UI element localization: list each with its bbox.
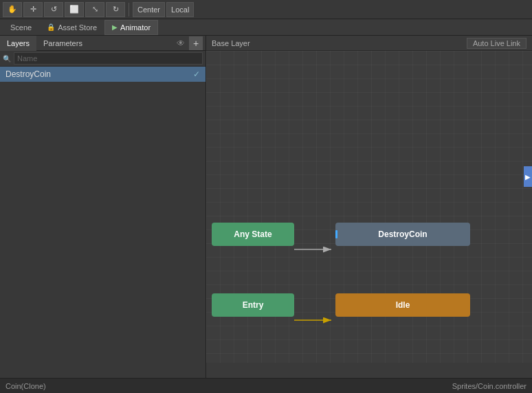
- tab-bar: Scene 🔒 Asset Store ▶ Animator: [0, 19, 532, 36]
- main-area: Layers Parameters 👁 + 🔍 DestroyCoin ✓ Ba…: [0, 36, 532, 378]
- move-tool-button[interactable]: ✛: [23, 2, 43, 17]
- layer-name: DestroyCoin: [5, 69, 51, 79]
- local-button[interactable]: Local: [166, 2, 194, 17]
- search-field-icon: 🔍: [3, 55, 11, 63]
- canvas-header: Base Layer Auto Live Link: [206, 36, 532, 51]
- layer-check-icon: ✓: [193, 69, 200, 79]
- left-panel: Layers Parameters 👁 + 🔍 DestroyCoin ✓: [0, 36, 206, 378]
- layer-item-destroycoin[interactable]: DestroyCoin ✓: [0, 67, 206, 82]
- tab-animator[interactable]: ▶ Animator: [104, 20, 158, 35]
- status-left: Coin(Clone): [5, 382, 46, 390]
- tab-asset-store[interactable]: 🔒 Asset Store: [39, 20, 104, 35]
- node-indicator: [335, 230, 337, 238]
- entry-label: Entry: [243, 300, 264, 310]
- toolbar: ✋ ✛ ↺ ⬜ ⤡ ↻ Center Local: [0, 0, 532, 19]
- animator-tab-label: Animator: [120, 23, 151, 32]
- breadcrumb: Base Layer: [212, 39, 250, 47]
- node-entry[interactable]: Entry: [212, 293, 294, 317]
- hand-tool-button[interactable]: ✋: [3, 2, 22, 17]
- tab-layers[interactable]: Layers: [0, 36, 36, 51]
- tab-parameters[interactable]: Parameters: [36, 36, 89, 51]
- any-state-label: Any State: [234, 229, 271, 239]
- rect-tool-button[interactable]: ⬜: [65, 2, 84, 17]
- idle-label: Idle: [396, 300, 410, 310]
- node-destroy-coin[interactable]: DestroyCoin: [335, 223, 470, 246]
- chevron-right-icon: ▶: [525, 173, 531, 181]
- refresh-tool-button[interactable]: ↺: [44, 2, 63, 17]
- destroy-coin-label: DestroyCoin: [378, 229, 427, 239]
- add-layer-button[interactable]: +: [189, 36, 203, 50]
- connector-svg: [206, 66, 532, 378]
- asset-store-tab-label: Asset Store: [58, 23, 97, 32]
- layer-list: DestroyCoin ✓: [0, 67, 206, 378]
- status-bar: Coin(Clone) Sprites/Coin.controller: [0, 378, 532, 393]
- rotate-tool-button[interactable]: ↻: [106, 2, 125, 17]
- left-panel-tabs: Layers Parameters 👁 +: [0, 36, 206, 51]
- animator-icon: ▶: [112, 23, 118, 31]
- eye-icon[interactable]: 👁: [174, 36, 188, 50]
- lock-icon: 🔒: [47, 23, 55, 31]
- status-right: Sprites/Coin.controller: [452, 382, 527, 390]
- node-any-state[interactable]: Any State: [212, 223, 294, 246]
- scene-tab-label: Scene: [10, 23, 32, 32]
- canvas-grid[interactable]: Any State DestroyCoin Entry Idle: [206, 51, 532, 363]
- name-search-input[interactable]: [14, 52, 203, 65]
- scale-tool-button[interactable]: ⤡: [85, 2, 104, 17]
- right-edge-panel-tab[interactable]: ▶: [524, 166, 532, 187]
- toolbar-separator: [129, 3, 129, 16]
- center-button[interactable]: Center: [133, 2, 165, 17]
- right-panel: Base Layer Auto Live Link: [206, 36, 532, 378]
- layer-search-row: 🔍: [0, 51, 206, 67]
- node-idle[interactable]: Idle: [335, 293, 470, 317]
- auto-live-link-button[interactable]: Auto Live Link: [467, 38, 527, 49]
- tab-scene[interactable]: Scene: [3, 20, 39, 35]
